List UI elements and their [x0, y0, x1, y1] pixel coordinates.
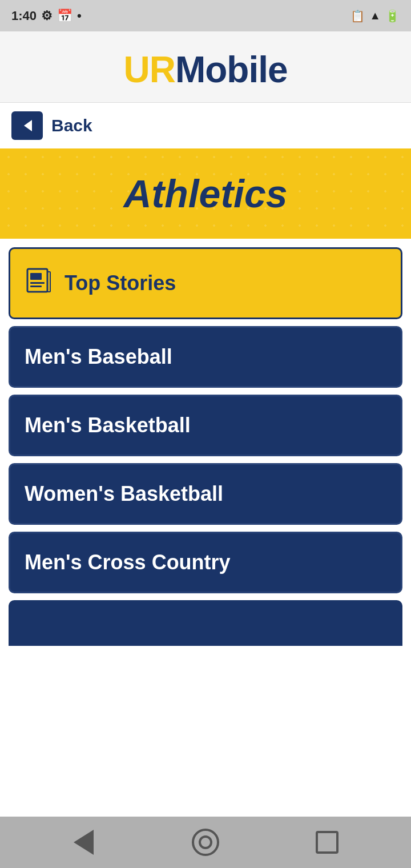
dot-icon: •: [77, 9, 82, 23]
svg-rect-2: [30, 273, 42, 280]
menu-item-mens-cross-country[interactable]: Men's Cross Country: [9, 532, 402, 593]
wifi-icon: ▲: [369, 9, 381, 22]
menu-item-womens-basketball[interactable]: Women's Basketball: [9, 463, 402, 525]
svg-marker-0: [24, 120, 32, 131]
logo-ur: UR: [123, 49, 175, 90]
womens-basketball-label: Women's Basketball: [25, 482, 223, 506]
menu-item-partial[interactable]: [9, 600, 402, 646]
menu-item-mens-baseball[interactable]: Men's Baseball: [9, 326, 402, 388]
svg-rect-4: [30, 286, 42, 287]
nav-back-icon: [74, 830, 94, 855]
athletics-title: Athletics: [11, 171, 400, 216]
top-stories-label: Top Stories: [65, 271, 176, 295]
nav-home-button[interactable]: [188, 825, 223, 859]
mens-basketball-label: Men's Basketball: [25, 413, 191, 437]
svg-rect-3: [30, 282, 45, 284]
app-header: URMobile: [0, 31, 411, 103]
mens-cross-country-label: Men's Cross Country: [25, 550, 231, 574]
back-button[interactable]: [11, 111, 43, 140]
menu-container: Top Stories Men's Baseball Men's Basketb…: [0, 239, 411, 817]
arrow-left-icon: [19, 118, 35, 134]
clipboard-icon: 📋: [350, 9, 365, 23]
nav-home-icon: [192, 829, 219, 856]
battery-icon: 🔋: [385, 9, 400, 23]
app-logo: URMobile: [11, 49, 400, 91]
status-bar: 1:40 ⚙ 📅 • 📋 ▲ 🔋: [0, 0, 411, 31]
logo-mobile: Mobile: [175, 49, 288, 90]
menu-item-mens-basketball[interactable]: Men's Basketball: [9, 395, 402, 456]
svg-rect-5: [47, 272, 50, 292]
bottom-nav: [0, 817, 411, 868]
back-row: Back: [0, 103, 411, 148]
status-left: 1:40 ⚙ 📅 •: [11, 9, 82, 23]
status-right: 📋 ▲ 🔋: [350, 9, 400, 23]
mens-baseball-label: Men's Baseball: [25, 345, 172, 369]
athletics-banner: Athletics: [0, 148, 411, 239]
svg-rect-1: [27, 269, 47, 292]
top-stories-icon: [25, 266, 53, 295]
calendar-icon: 📅: [57, 9, 72, 23]
settings-icon: ⚙: [41, 9, 53, 23]
back-label: Back: [51, 116, 92, 135]
menu-item-top-stories[interactable]: Top Stories: [9, 247, 402, 319]
nav-recent-icon: [316, 831, 339, 854]
newspaper-icon: [25, 266, 53, 300]
time-display: 1:40: [11, 9, 37, 23]
nav-recent-button[interactable]: [310, 825, 344, 859]
nav-back-button[interactable]: [67, 825, 101, 859]
